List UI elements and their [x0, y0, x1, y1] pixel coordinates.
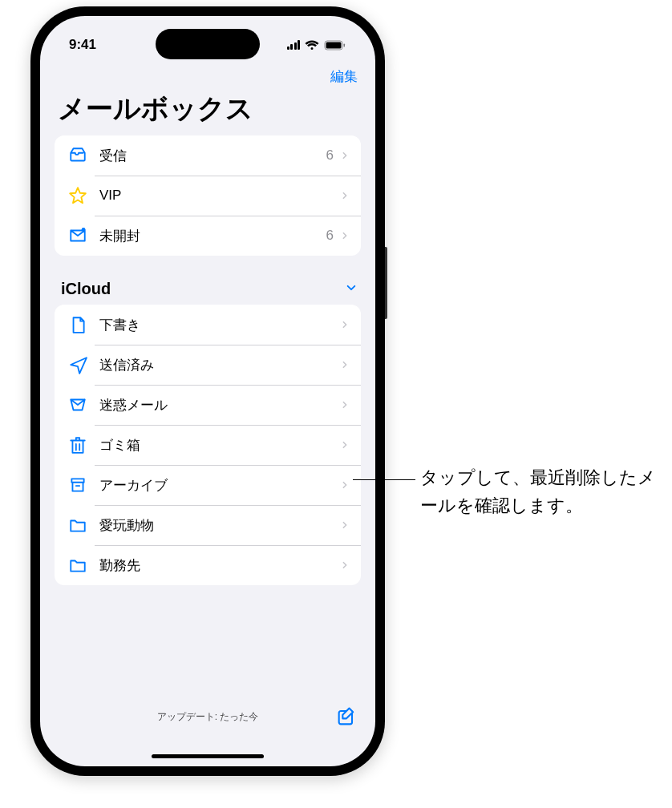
chevron-down-icon	[345, 280, 358, 298]
svg-rect-1	[326, 42, 342, 48]
iphone-frame: 9:41 編集 メールボックス 受信 6 VIP 未開封 6 iCloud 下書…	[30, 6, 385, 776]
chevron-right-icon	[340, 317, 350, 332]
chevron-right-icon	[340, 398, 350, 412]
folder-archive[interactable]: アーカイブ	[55, 465, 361, 505]
folder-icon	[66, 513, 90, 537]
chevron-right-icon	[340, 148, 350, 163]
inbox-icon	[66, 143, 90, 168]
svg-point-3	[82, 228, 86, 232]
chevron-right-icon	[340, 358, 350, 372]
folder-pets[interactable]: 愛玩動物	[55, 505, 361, 545]
status-time: 9:41	[69, 37, 96, 53]
chevron-right-icon	[340, 518, 350, 532]
junk-icon	[66, 393, 90, 417]
home-indicator[interactable]	[152, 754, 264, 758]
row-label: 迷惑メール	[99, 396, 340, 414]
row-label: 下書き	[99, 316, 340, 334]
archive-icon	[66, 473, 90, 497]
mailbox-inbox[interactable]: 受信 6	[55, 135, 361, 176]
row-label: アーカイブ	[99, 476, 340, 495]
toolbar: アップデート: たった今	[40, 696, 375, 766]
section-header-icloud[interactable]: iCloud	[40, 275, 375, 305]
screen: 9:41 編集 メールボックス 受信 6 VIP 未開封 6 iCloud 下書…	[40, 16, 375, 766]
row-label: 愛玩動物	[99, 516, 340, 535]
star-icon	[66, 184, 90, 208]
page-title: メールボックス	[40, 89, 375, 135]
callout-leader-line	[353, 479, 415, 480]
folder-work[interactable]: 勤務先	[55, 545, 361, 585]
chevron-right-icon	[340, 478, 350, 492]
row-label: 受信	[99, 147, 326, 165]
chevron-right-icon	[340, 228, 350, 243]
trash-icon	[66, 433, 90, 457]
folders-list: 下書き 送信済み 迷惑メール ゴミ箱 アーカイブ 愛玩動物 勤務先	[55, 305, 361, 585]
row-count: 6	[326, 228, 334, 244]
row-label: ゴミ箱	[99, 436, 340, 454]
folder-junk[interactable]: 迷惑メール	[55, 385, 361, 425]
row-count: 6	[326, 147, 334, 164]
section-header-label: iCloud	[61, 280, 111, 298]
chevron-right-icon	[340, 558, 350, 572]
row-label: 勤務先	[99, 556, 340, 575]
callout-annotation: タップして、最近削除したメールを確認します。	[353, 463, 664, 519]
callout-text: タップして、最近削除したメールを確認します。	[415, 463, 664, 519]
edit-button[interactable]: 編集	[330, 67, 358, 86]
row-label: 未開封	[99, 227, 326, 245]
navigation-bar: 編集	[40, 61, 375, 89]
sent-icon	[66, 353, 90, 377]
row-label: 送信済み	[99, 356, 340, 374]
compose-icon	[335, 705, 358, 728]
folder-icon	[66, 553, 90, 577]
chevron-right-icon	[340, 438, 350, 452]
status-indicators	[287, 40, 347, 50]
mailbox-vip[interactable]: VIP	[55, 176, 361, 216]
row-label: VIP	[99, 188, 340, 204]
unread-icon	[66, 224, 90, 248]
wifi-icon	[305, 40, 319, 50]
favorites-list: 受信 6 VIP 未開封 6	[55, 135, 361, 256]
svg-rect-2	[344, 43, 346, 46]
chevron-right-icon	[340, 188, 350, 203]
compose-button[interactable]	[335, 705, 358, 730]
dynamic-island	[156, 29, 260, 59]
battery-icon	[324, 40, 346, 50]
mailbox-unread[interactable]: 未開封 6	[55, 216, 361, 256]
folder-trash[interactable]: ゴミ箱	[55, 425, 361, 465]
status-text: アップデート: たった今	[157, 710, 259, 724]
cellular-icon	[287, 40, 301, 50]
draft-icon	[66, 313, 90, 337]
folder-drafts[interactable]: 下書き	[55, 305, 361, 345]
folder-sent[interactable]: 送信済み	[55, 345, 361, 385]
